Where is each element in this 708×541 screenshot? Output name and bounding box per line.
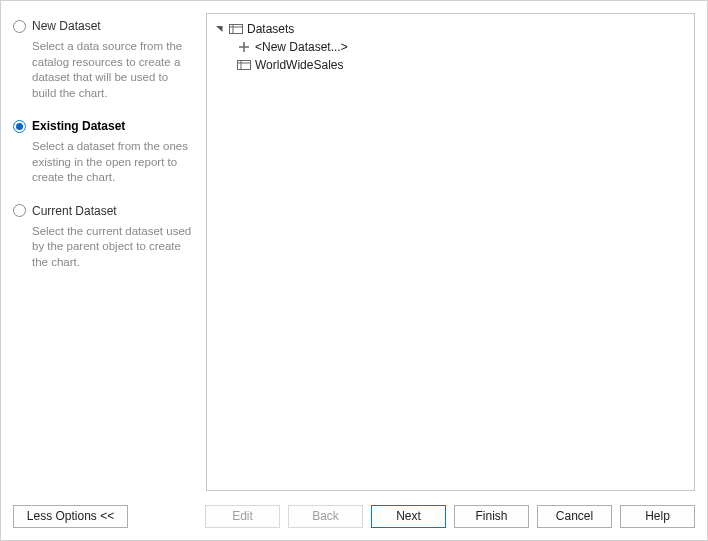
svg-rect-0 bbox=[230, 25, 243, 34]
option-desc: Select the current dataset used by the p… bbox=[32, 224, 198, 271]
option-desc: Select a dataset from the ones existing … bbox=[32, 139, 198, 186]
back-button: Back bbox=[288, 505, 363, 528]
help-button[interactable]: Help bbox=[620, 505, 695, 528]
tree-label: <New Dataset...> bbox=[255, 40, 348, 54]
option-existing-dataset[interactable]: Existing Dataset Select a dataset from t… bbox=[13, 119, 198, 186]
tree-root-datasets[interactable]: Datasets bbox=[213, 20, 688, 38]
less-options-button[interactable]: Less Options << bbox=[13, 505, 128, 528]
tree-label: Datasets bbox=[247, 22, 294, 36]
option-title: Existing Dataset bbox=[32, 119, 125, 133]
tree-label: WorldWideSales bbox=[255, 58, 343, 72]
next-button[interactable]: Next bbox=[371, 505, 446, 528]
option-header: New Dataset bbox=[13, 19, 198, 33]
options-panel: New Dataset Select a data source from th… bbox=[13, 13, 198, 491]
plus-icon bbox=[237, 40, 251, 54]
option-new-dataset[interactable]: New Dataset Select a data source from th… bbox=[13, 19, 198, 101]
footer-bar: Less Options << Edit Back Next Finish Ca… bbox=[1, 497, 707, 540]
tree-item-new-dataset[interactable]: <New Dataset...> bbox=[213, 38, 688, 56]
edit-button: Edit bbox=[205, 505, 280, 528]
chevron-down-icon[interactable] bbox=[215, 24, 225, 35]
tree-item-worldwidesales[interactable]: WorldWideSales bbox=[213, 56, 688, 74]
svg-rect-5 bbox=[238, 61, 251, 70]
option-header: Current Dataset bbox=[13, 204, 198, 218]
finish-button[interactable]: Finish bbox=[454, 505, 529, 528]
dataset-icon bbox=[237, 58, 251, 72]
option-title: Current Dataset bbox=[32, 204, 117, 218]
radio-existing-dataset[interactable] bbox=[13, 120, 26, 133]
cancel-button[interactable]: Cancel bbox=[537, 505, 612, 528]
option-current-dataset[interactable]: Current Dataset Select the current datas… bbox=[13, 204, 198, 271]
option-header: Existing Dataset bbox=[13, 119, 198, 133]
dataset-folder-icon bbox=[229, 22, 243, 36]
content-area: New Dataset Select a data source from th… bbox=[1, 1, 707, 497]
radio-current-dataset[interactable] bbox=[13, 204, 26, 217]
option-desc: Select a data source from the catalog re… bbox=[32, 39, 198, 101]
dataset-tree-panel: Datasets <New Dataset...> WorldWideSales bbox=[206, 13, 695, 491]
radio-new-dataset[interactable] bbox=[13, 20, 26, 33]
option-title: New Dataset bbox=[32, 19, 101, 33]
dataset-dialog: New Dataset Select a data source from th… bbox=[0, 0, 708, 541]
